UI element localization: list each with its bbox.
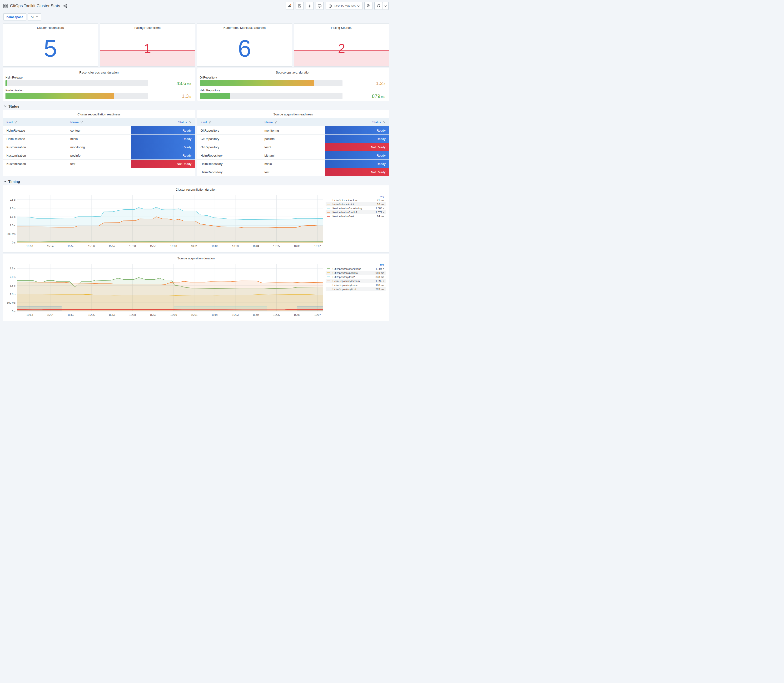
refresh-interval-caret[interactable] bbox=[383, 2, 389, 10]
bar-gauge-track bbox=[5, 80, 148, 86]
dashboard-settings-button[interactable] bbox=[306, 2, 314, 10]
chevron-down-icon bbox=[36, 16, 38, 18]
table-row: GitRepositorytest2Not Ready bbox=[197, 143, 389, 151]
cycle-view-mode-button[interactable] bbox=[316, 2, 324, 10]
legend-item[interactable]: GitRepository/monitoring1.594 s bbox=[325, 267, 386, 271]
svg-text:16:07: 16:07 bbox=[314, 313, 321, 316]
svg-text:15:54: 15:54 bbox=[47, 313, 54, 316]
column-label: Kind bbox=[6, 120, 13, 124]
refresh-button[interactable] bbox=[374, 2, 383, 10]
table-column-header-name[interactable]: Name bbox=[261, 120, 325, 124]
filter-funnel-icon[interactable] bbox=[208, 121, 212, 123]
table-row: HelmRepositoryminioReady bbox=[197, 160, 389, 168]
stat-panel-title: Failing Sources bbox=[294, 24, 389, 30]
cell-name: minio bbox=[261, 160, 325, 168]
legend-item[interactable]: GitRepository/podinfo980 ms bbox=[325, 271, 386, 275]
column-label: Name bbox=[71, 120, 79, 124]
variable-namespace-value: All bbox=[31, 15, 34, 19]
variables-row: namespace All bbox=[0, 11, 392, 23]
legend-item[interactable]: HelmRepository/test289 ms bbox=[325, 287, 386, 291]
time-range-picker[interactable]: Last 15 minutes bbox=[325, 2, 362, 10]
section-label: Timing bbox=[8, 180, 20, 183]
refresh-button-group bbox=[374, 2, 389, 10]
legend-item[interactable]: HelmRepository/minio108 ms bbox=[325, 283, 386, 287]
cell-kind: Kustomization bbox=[3, 151, 67, 159]
bar-gauge-title: Source ops avg. duration bbox=[197, 68, 389, 75]
svg-text:15:54: 15:54 bbox=[47, 245, 54, 247]
stat-panel-title: Cluster Reconcilers bbox=[3, 24, 98, 30]
legend-series-name: HelmRepository/minio bbox=[332, 284, 375, 287]
legend-item[interactable]: Kustomization/monitoring1.605 s bbox=[325, 206, 386, 210]
legend-item[interactable]: HelmRelease/minio16 ms bbox=[325, 202, 386, 206]
cell-name: monitoring bbox=[261, 127, 325, 135]
filter-funnel-icon[interactable] bbox=[383, 121, 386, 123]
bar-gauge-track bbox=[5, 93, 148, 99]
filter-funnel-icon[interactable] bbox=[189, 121, 192, 123]
legend-avg-header[interactable]: avg bbox=[325, 263, 386, 267]
table-column-header-kind[interactable]: Kind bbox=[197, 120, 261, 124]
legend-item[interactable]: HelmRepository/bitnami1.695 s bbox=[325, 279, 386, 283]
zoom-out-button[interactable] bbox=[364, 2, 372, 10]
bar-gauge-bar-row: 879ms bbox=[200, 93, 385, 99]
legend-series-name: HelmRelease/contour bbox=[332, 199, 377, 202]
table-panel-title: Cluster reconciliation readiness bbox=[3, 110, 195, 117]
filter-funnel-icon[interactable] bbox=[274, 121, 277, 123]
share-dashboard-icon[interactable] bbox=[63, 4, 67, 8]
table-row: KustomizationpodinfoReady bbox=[3, 151, 195, 160]
table-row: KustomizationtestNot Ready bbox=[3, 160, 195, 168]
cell-name: test bbox=[67, 160, 131, 168]
table-panel-title: Source acquisition readiness bbox=[197, 110, 389, 117]
stat-panel: Cluster Reconcilers5 bbox=[3, 23, 98, 67]
svg-text:2.5 s: 2.5 s bbox=[10, 267, 16, 270]
save-dashboard-button[interactable] bbox=[296, 2, 304, 10]
filter-funnel-icon[interactable] bbox=[14, 121, 17, 123]
legend-series-name: Kustomization/monitoring bbox=[332, 207, 375, 210]
bar-gauge-fill bbox=[200, 93, 230, 99]
cell-name: monitoring bbox=[67, 143, 131, 151]
variable-namespace-label[interactable]: namespace bbox=[3, 13, 26, 21]
column-label: Status bbox=[178, 120, 187, 124]
status-tables-row: Cluster reconciliation readinessKindName… bbox=[3, 110, 389, 176]
cell-status: Ready bbox=[131, 135, 195, 143]
variable-namespace-value-dropdown[interactable]: All bbox=[27, 13, 41, 21]
legend-avg-header[interactable]: avg bbox=[325, 194, 386, 198]
table-column-header-name[interactable]: Name bbox=[67, 120, 131, 124]
table-column-header-status[interactable]: Status bbox=[325, 120, 389, 124]
table-column-header-status[interactable]: Status bbox=[131, 120, 195, 124]
svg-text:1.5 s: 1.5 s bbox=[10, 284, 16, 287]
dashboard-grid: Cluster Reconcilers5Failing Reconcilers1… bbox=[0, 23, 392, 323]
table-row: HelmReleaseminioReady bbox=[3, 135, 195, 143]
bar-gauge-value: 879ms bbox=[343, 93, 385, 99]
legend-series-swatch bbox=[327, 277, 330, 277]
chevron-down-icon bbox=[4, 180, 6, 182]
svg-text:16:05: 16:05 bbox=[273, 245, 280, 247]
timeseries-plot[interactable]: 15:5315:5415:5515:5615:5715:5815:5916:00… bbox=[5, 261, 325, 318]
bar-gauge-value: 1.2s bbox=[343, 80, 385, 86]
section-header-timing[interactable]: Timing bbox=[3, 178, 389, 185]
column-label: Kind bbox=[200, 120, 207, 124]
bar-gauge-fill bbox=[200, 80, 314, 86]
legend-item[interactable]: HelmRelease/contour71 ms bbox=[325, 198, 386, 202]
cell-name: minio bbox=[67, 135, 131, 143]
svg-text:500 ms: 500 ms bbox=[7, 301, 16, 304]
timeseries-panel-title: Source acquisition duration bbox=[3, 254, 389, 261]
legend-item[interactable]: GitRepository/test2338 ms bbox=[325, 275, 386, 279]
legend-item[interactable]: Kustomization/test84 ms bbox=[325, 214, 386, 218]
table-column-header-kind[interactable]: Kind bbox=[3, 120, 67, 124]
timeseries-panel: Source acquisition duration15:5315:5415:… bbox=[3, 254, 389, 321]
bar-gauge-bar-row: 1.2s bbox=[200, 80, 385, 86]
filter-funnel-icon[interactable] bbox=[80, 121, 83, 123]
cell-status: Not Ready bbox=[325, 168, 389, 176]
legend-item[interactable]: Kustomization/podinfo1.071 s bbox=[325, 210, 386, 214]
timeseries-plot[interactable]: 15:5315:5415:5515:5615:5715:5815:5916:00… bbox=[5, 192, 325, 249]
bar-gauge-panel: Reconciler ops avg. durationHelmRelease4… bbox=[3, 68, 195, 101]
section-header-status[interactable]: Status bbox=[3, 102, 389, 110]
cell-kind: GitRepository bbox=[197, 127, 261, 135]
cell-status: Ready bbox=[131, 127, 195, 135]
cell-kind: HelmRelease bbox=[3, 127, 67, 135]
svg-text:16:01: 16:01 bbox=[191, 313, 197, 316]
add-panel-button[interactable] bbox=[285, 2, 294, 10]
legend-series-name: HelmRepository/bitnami bbox=[332, 280, 375, 282]
stat-panel-title: Failing Reconcilers bbox=[100, 24, 195, 30]
svg-text:15:56: 15:56 bbox=[88, 313, 95, 316]
